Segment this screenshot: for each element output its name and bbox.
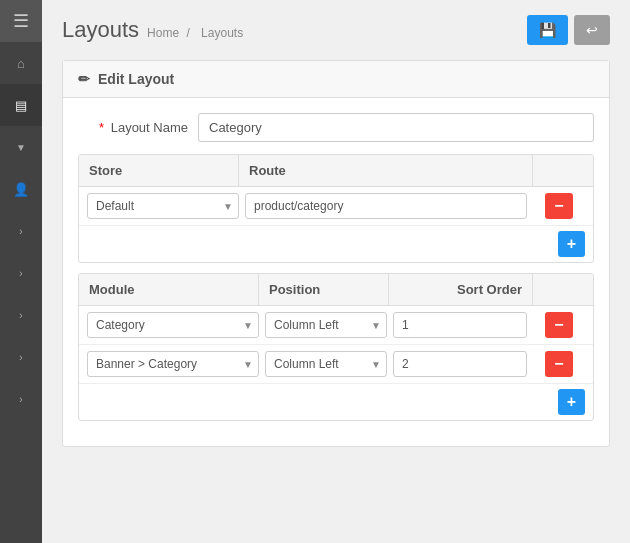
store-route-header: Store Route: [79, 155, 593, 187]
plus-icon-store: [567, 236, 576, 252]
remove-store-row-button[interactable]: [545, 193, 572, 219]
route-cell-1: [245, 193, 527, 219]
chevron-right-icon-4: ›: [19, 352, 22, 363]
minus-icon-2: [554, 356, 563, 372]
store-route-table: Store Route Default ▼: [78, 154, 594, 263]
page-header: Layouts Home / Layouts 💾 ↩: [62, 15, 610, 45]
save-button[interactable]: 💾: [527, 15, 568, 45]
remove-module-row-cell-2: [533, 351, 585, 377]
breadcrumb: Home / Layouts: [147, 26, 247, 40]
sidebar-item-customers[interactable]: 👤: [0, 168, 42, 210]
panel-header: ✏ Edit Layout: [63, 61, 609, 98]
position-select-wrapper-2: Column Left Column Right Content Top Con…: [265, 351, 387, 377]
remove-store-row-cell: [533, 193, 585, 219]
module-table-header: Module Position Sort Order: [79, 274, 593, 306]
module-cell-1: Category Banner > Category ▼: [87, 312, 259, 338]
sidebar-item-chevron-6[interactable]: ›: [0, 378, 42, 420]
store-cell-1: Default ▼: [87, 193, 239, 219]
required-star: *: [99, 120, 104, 135]
back-button[interactable]: ↩: [574, 15, 610, 45]
panel-body: * Layout Name Store Route Default: [63, 98, 609, 446]
sort-order-column-header: Sort Order: [389, 274, 533, 305]
remove-module-row-button-2[interactable]: [545, 351, 572, 377]
module-select-2[interactable]: Category Banner > Category: [87, 351, 259, 377]
module-action-column-header: [533, 274, 593, 305]
edit-layout-panel: ✏ Edit Layout * Layout Name Store Route: [62, 60, 610, 447]
route-input[interactable]: [245, 193, 527, 219]
pencil-icon: ✏: [78, 71, 90, 87]
module-select-1[interactable]: Category Banner > Category: [87, 312, 259, 338]
breadcrumb-home[interactable]: Home: [147, 26, 179, 40]
layout-name-group: * Layout Name: [78, 113, 594, 142]
layout-name-input[interactable]: [198, 113, 594, 142]
sidebar-item-chevron-3[interactable]: ›: [0, 252, 42, 294]
module-row-2: Category Banner > Category ▼ Column Left…: [79, 345, 593, 384]
store-select-wrapper: Default ▼: [87, 193, 239, 219]
sidebar-item-chevron-2[interactable]: ›: [0, 210, 42, 252]
back-icon: ↩: [586, 22, 598, 38]
chevron-down-icon: ▼: [16, 142, 26, 153]
chevron-right-icon-2: ›: [19, 268, 22, 279]
route-column-header: Route: [239, 155, 533, 186]
page-title-area: Layouts Home / Layouts: [62, 17, 247, 43]
module-select-wrapper-1: Category Banner > Category ▼: [87, 312, 259, 338]
chevron-right-icon-3: ›: [19, 310, 22, 321]
minus-icon: [554, 198, 563, 214]
position-select-2[interactable]: Column Left Column Right Content Top Con…: [265, 351, 387, 377]
store-route-row-1: Default ▼: [79, 187, 593, 226]
sort-order-cell-1: [393, 312, 527, 338]
module-cell-2: Category Banner > Category ▼: [87, 351, 259, 377]
sort-order-cell-2: [393, 351, 527, 377]
breadcrumb-separator: /: [186, 26, 189, 40]
sidebar-item-home[interactable]: ⌂: [0, 42, 42, 84]
module-column-header: Module: [79, 274, 259, 305]
save-icon: 💾: [539, 22, 556, 38]
position-cell-1: Column Left Column Right Content Top Con…: [265, 312, 387, 338]
add-store-row: [79, 226, 593, 262]
module-row-1: Category Banner > Category ▼ Column Left…: [79, 306, 593, 345]
panel-title: Edit Layout: [98, 71, 174, 87]
sort-order-input-2[interactable]: [393, 351, 527, 377]
layout-name-label: * Layout Name: [78, 120, 198, 135]
minus-icon-1: [554, 317, 563, 333]
sidebar-item-chevron-1[interactable]: ▼: [0, 126, 42, 168]
module-table: Module Position Sort Order Category Bann…: [78, 273, 594, 421]
sidebar: ☰ ⌂ ▤ ▼ 👤 › › › › ›: [0, 0, 42, 543]
add-module-row: [79, 384, 593, 420]
store-column-header: Store: [79, 155, 239, 186]
module-select-wrapper-2: Category Banner > Category ▼: [87, 351, 259, 377]
position-select-wrapper-1: Column Left Column Right Content Top Con…: [265, 312, 387, 338]
breadcrumb-current: Layouts: [201, 26, 243, 40]
position-select-1[interactable]: Column Left Column Right Content Top Con…: [265, 312, 387, 338]
sidebar-item-catalog[interactable]: ▤: [0, 84, 42, 126]
action-column-header: [533, 155, 593, 186]
plus-icon-module: [567, 394, 576, 410]
header-buttons: 💾 ↩: [527, 15, 610, 45]
add-module-row-button[interactable]: [558, 389, 585, 415]
sidebar-logo: ☰: [0, 0, 42, 42]
sidebar-item-chevron-5[interactable]: ›: [0, 336, 42, 378]
remove-module-row-button-1[interactable]: [545, 312, 572, 338]
main-content: Layouts Home / Layouts 💾 ↩ ✏ Edit Layout: [42, 0, 630, 543]
add-store-row-button[interactable]: [558, 231, 585, 257]
position-cell-2: Column Left Column Right Content Top Con…: [265, 351, 387, 377]
chevron-right-icon-1: ›: [19, 226, 22, 237]
position-column-header: Position: [259, 274, 389, 305]
sidebar-item-chevron-4[interactable]: ›: [0, 294, 42, 336]
remove-module-row-cell-1: [533, 312, 585, 338]
chevron-right-icon-5: ›: [19, 394, 22, 405]
store-select[interactable]: Default: [87, 193, 239, 219]
page-title: Layouts: [62, 17, 139, 43]
sort-order-input-1[interactable]: [393, 312, 527, 338]
